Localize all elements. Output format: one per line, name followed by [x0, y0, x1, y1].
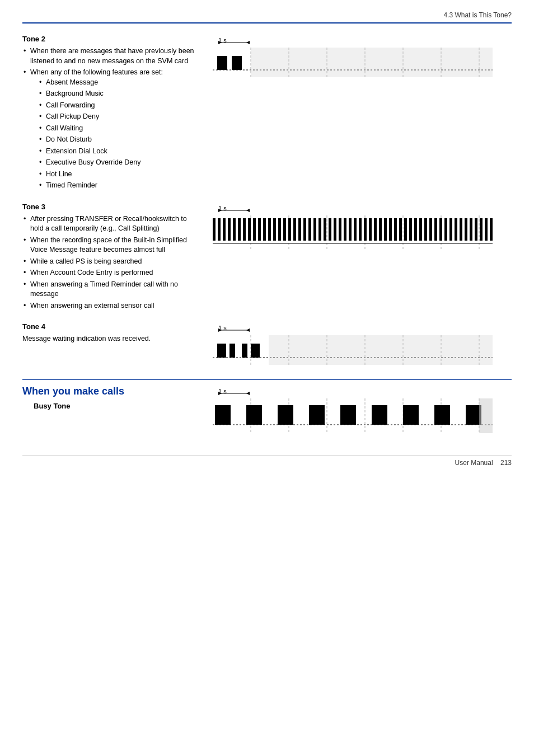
section-title: 4.3 What is This Tone?	[443, 11, 512, 19]
tone2-sub-1: Absent Message	[38, 78, 202, 88]
tone3-bullets: After pressing TRANSFER or Recall/hooksw…	[22, 214, 202, 311]
svg-rect-13	[251, 48, 493, 77]
svg-rect-40	[242, 344, 247, 358]
svg-marker-2	[246, 41, 250, 44]
tone2-sub-2: Background Music	[38, 89, 202, 99]
svg-rect-39	[229, 344, 235, 358]
busy-tone-heading: Busy Tone	[34, 402, 202, 410]
page-footer: User Manual 213	[22, 455, 512, 467]
when-you-make-calls-heading: When you make calls	[22, 386, 202, 397]
svg-rect-61	[434, 405, 450, 425]
tone3-diagram: 1 s /* generated inline via	[213, 203, 512, 261]
footer-text: User Manual	[455, 459, 493, 467]
svg-marker-16	[246, 209, 250, 212]
when-you-make-calls-text: When you make calls Busy Tone	[22, 386, 213, 414]
tone2-sub-8: Executive Busy Override Deny	[38, 158, 202, 168]
tone3-bullet-6: When answering an external sensor call	[22, 301, 202, 311]
tone3-text: Tone 3 After pressing TRANSFER or Recall…	[22, 203, 213, 313]
tone2-diagram: 1 s	[213, 35, 512, 82]
tone2-sub-5: Call Waiting	[38, 124, 202, 134]
svg-rect-12	[232, 56, 242, 70]
when-you-make-calls-section: When you make calls Busy Tone 1 s	[22, 386, 512, 438]
svg-marker-44	[218, 392, 222, 395]
tone3-waveform: /* generated inline via JS below */	[213, 213, 493, 252]
tone2-bullet-2: When any of the following features are s…	[22, 68, 202, 191]
tone4-description: Message waiting indication was received.	[22, 334, 202, 344]
svg-rect-55	[246, 405, 262, 425]
svg-marker-29	[246, 328, 250, 332]
busy-tone-waveform	[213, 396, 493, 435]
tone3-bullet-5: When answering a Timed Reminder call wit…	[22, 280, 202, 299]
tone3-bullet-1: After pressing TRANSFER or Recall/hooksw…	[22, 214, 202, 234]
tone2-sub-6: Do Not Disturb	[38, 135, 202, 145]
svg-rect-58	[340, 405, 356, 425]
svg-rect-57	[309, 405, 325, 425]
svg-rect-62	[466, 405, 481, 425]
svg-rect-63	[479, 398, 493, 433]
tone3-heading: Tone 3	[22, 203, 202, 211]
page-number: 213	[500, 459, 512, 467]
tone2-sub-7: Extension Dial Lock	[38, 147, 202, 157]
tone3-bullet-3: While a called PS is being searched	[22, 257, 202, 267]
page-header: 4.3 What is This Tone?	[22, 11, 512, 24]
svg-rect-26	[213, 218, 493, 243]
svg-rect-38	[217, 344, 226, 358]
svg-marker-28	[218, 328, 222, 332]
svg-marker-15	[218, 209, 222, 212]
tone2-sub-9: Hot Line	[38, 170, 202, 180]
svg-rect-41	[251, 344, 260, 358]
svg-rect-11	[217, 56, 227, 70]
tone2-bullet-1: When there are messages that have previo…	[22, 46, 202, 66]
svg-rect-60	[403, 405, 419, 425]
tone4-text: Tone 4 Message waiting indication was re…	[22, 322, 213, 344]
busy-tone-diagram: 1 s	[213, 386, 512, 438]
tone4-section: Tone 4 Message waiting indication was re…	[22, 322, 512, 369]
tone2-main-bullets: When there are messages that have previo…	[22, 46, 202, 191]
tone2-text: Tone 2 When there are messages that have…	[22, 35, 213, 192]
tone3-bullet-2: When the recording space of the Built-in…	[22, 236, 202, 255]
svg-rect-56	[278, 405, 293, 425]
tone2-waveform	[213, 45, 493, 78]
tone2-section: Tone 2 When there are messages that have…	[22, 35, 512, 192]
tone3-section: Tone 3 After pressing TRANSFER or Recall…	[22, 203, 512, 313]
tone2-sub-4: Call Pickup Deny	[38, 112, 202, 122]
tone2-sub-bullets: Absent Message Background Music Call For…	[38, 78, 202, 191]
tone4-diagram: 1 s	[213, 322, 512, 369]
tone2-sub-10: Timed Reminder	[38, 181, 202, 191]
tone4-heading: Tone 4	[22, 322, 202, 331]
section-divider	[22, 379, 512, 380]
svg-marker-1	[218, 41, 222, 44]
tone4-waveform	[213, 332, 493, 366]
svg-rect-59	[372, 405, 387, 425]
svg-rect-54	[215, 405, 231, 425]
svg-rect-42	[269, 335, 493, 365]
tone2-sub-3: Call Forwarding	[38, 101, 202, 111]
tone2-heading: Tone 2	[22, 35, 202, 43]
tone3-bullet-4: When Account Code Entry is performed	[22, 268, 202, 278]
svg-marker-45	[246, 392, 250, 395]
